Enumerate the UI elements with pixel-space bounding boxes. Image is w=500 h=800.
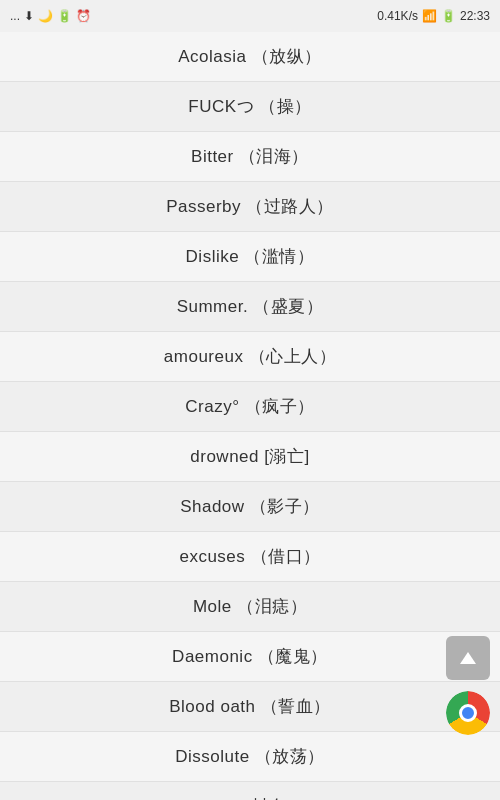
list-item[interactable]: drowned [溺亡] bbox=[0, 432, 500, 482]
list-item[interactable]: amoureux （心上人） bbox=[0, 332, 500, 382]
list-item[interactable]: Ar... （封存） bbox=[0, 782, 500, 800]
status-left: ... ⬇ 🌙 🔋 ⏰ bbox=[10, 9, 91, 23]
item-text: Passerby （过路人） bbox=[166, 195, 334, 218]
item-text: Ar... （封存） bbox=[196, 795, 304, 800]
item-text: amoureux （心上人） bbox=[164, 345, 336, 368]
list-item[interactable]: Bitter （泪海） bbox=[0, 132, 500, 182]
item-text: Shadow （影子） bbox=[180, 495, 320, 518]
list-item[interactable]: Blood oath （誓血） bbox=[0, 682, 500, 732]
content-list: Acolasia （放纵）FUCKつ （操）Bitter （泪海）Passerb… bbox=[0, 32, 500, 800]
network-speed: 0.41K/s bbox=[377, 9, 418, 23]
status-right: 0.41K/s 📶 🔋 22:33 bbox=[377, 9, 490, 23]
item-text: Daemonic （魔鬼） bbox=[172, 645, 328, 668]
item-text: Bitter （泪海） bbox=[191, 145, 309, 168]
chrome-icon bbox=[446, 691, 490, 735]
item-text: Crazy° （疯子） bbox=[185, 395, 314, 418]
item-text: drowned [溺亡] bbox=[190, 445, 309, 468]
chevron-up-icon bbox=[456, 646, 480, 670]
list-item[interactable]: Shadow （影子） bbox=[0, 482, 500, 532]
scroll-to-top-button[interactable] bbox=[446, 636, 490, 680]
battery-level: 🔋 bbox=[441, 9, 456, 23]
item-text: Dislike （滥情） bbox=[186, 245, 315, 268]
list-item[interactable]: Dissolute （放荡） bbox=[0, 732, 500, 782]
dots-indicator: ... bbox=[10, 9, 20, 23]
bluetooth-icon: ⬇ bbox=[24, 9, 34, 23]
list-item[interactable]: excuses （借口） bbox=[0, 532, 500, 582]
item-text: Blood oath （誓血） bbox=[169, 695, 331, 718]
item-text: Mole （泪痣） bbox=[193, 595, 307, 618]
moon-icon: 🌙 bbox=[38, 9, 53, 23]
list-item[interactable]: Dislike （滥情） bbox=[0, 232, 500, 282]
list-item[interactable]: Summer. （盛夏） bbox=[0, 282, 500, 332]
time-display: 22:33 bbox=[460, 9, 490, 23]
list-item[interactable]: Daemonic （魔鬼） bbox=[0, 632, 500, 682]
svg-marker-0 bbox=[460, 652, 476, 664]
item-text: Acolasia （放纵） bbox=[178, 45, 321, 68]
status-bar: ... ⬇ 🌙 🔋 ⏰ 0.41K/s 📶 🔋 22:33 bbox=[0, 0, 500, 32]
clock-icon: ⏰ bbox=[76, 9, 91, 23]
list-item[interactable]: Mole （泪痣） bbox=[0, 582, 500, 632]
signal-icon: 📶 bbox=[422, 9, 437, 23]
item-text: excuses （借口） bbox=[179, 545, 320, 568]
chrome-shortcut-button[interactable] bbox=[446, 691, 490, 735]
item-text: FUCKつ （操） bbox=[188, 95, 312, 118]
item-text: Summer. （盛夏） bbox=[177, 295, 324, 318]
list-item[interactable]: Acolasia （放纵） bbox=[0, 32, 500, 82]
list-item[interactable]: FUCKつ （操） bbox=[0, 82, 500, 132]
list-item[interactable]: Passerby （过路人） bbox=[0, 182, 500, 232]
chrome-inner-circle bbox=[459, 704, 477, 722]
item-text: Dissolute （放荡） bbox=[175, 745, 325, 768]
list-item[interactable]: Crazy° （疯子） bbox=[0, 382, 500, 432]
battery-icon: 🔋 bbox=[57, 9, 72, 23]
